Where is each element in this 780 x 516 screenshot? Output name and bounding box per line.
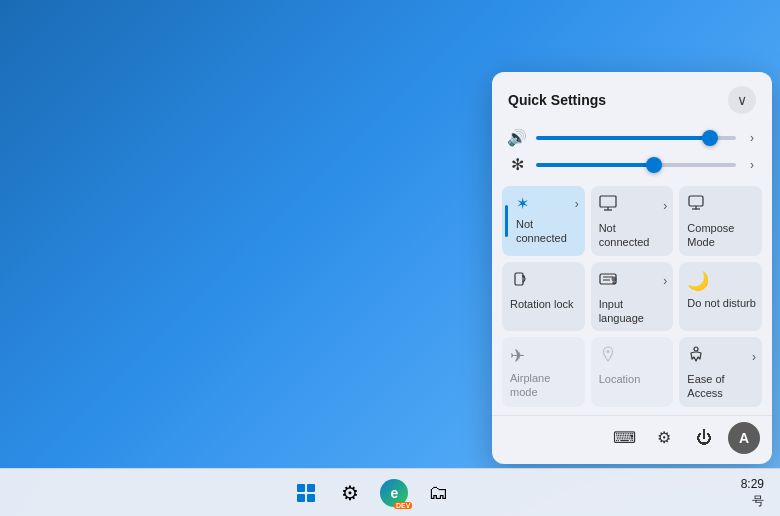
brightness-slider-row: ✻ › [492, 151, 772, 178]
quick-settings-footer: ⌨ ⚙ ⏻ A [492, 415, 772, 464]
svg-rect-0 [600, 196, 616, 207]
input-lang-icon [599, 270, 617, 293]
quick-settings-grid: ✶ › Not connected › Not connected [492, 178, 772, 415]
svg-point-13 [606, 350, 609, 353]
brightness-icon: ✻ [506, 155, 528, 174]
volume-slider[interactable] [536, 136, 736, 140]
bluetooth-tile[interactable]: ✶ › Not connected [502, 186, 585, 256]
airplane-label: Airplane mode [510, 371, 579, 400]
active-indicator [505, 205, 508, 237]
input-lang-label: Input language [599, 297, 668, 326]
taskbar-settings-button[interactable]: ⚙ [330, 473, 370, 513]
tile-arrow[interactable]: › [575, 197, 579, 211]
tile-arrow[interactable]: › [752, 350, 756, 364]
ease-label: Ease of Access [687, 372, 756, 401]
quick-settings-title: Quick Settings [508, 92, 606, 108]
moon-icon: 🌙 [687, 270, 709, 292]
wifi-icon [599, 194, 617, 217]
airplane-icon: ✈ [510, 345, 525, 367]
svg-point-10 [611, 276, 616, 281]
taskbar-system-tray: 8:29 号 [741, 476, 772, 510]
volume-arrow[interactable]: › [744, 131, 760, 145]
avatar-letter: A [739, 430, 749, 446]
wifi-label: Not connected [599, 221, 668, 250]
collapse-button[interactable]: ∨ [728, 86, 756, 114]
gear-icon: ⚙ [657, 428, 671, 447]
tile-arrow[interactable]: › [663, 274, 667, 288]
gear-taskbar-icon: ⚙ [341, 481, 359, 505]
windows-logo-icon [297, 484, 315, 502]
volume-slider-row: 🔊 › [492, 124, 772, 151]
clock-date: 号 [741, 493, 764, 510]
bluetooth-icon: ✶ [516, 194, 529, 213]
edge-browser-button[interactable]: e DEV [374, 473, 414, 513]
tile-arrow[interactable]: › [663, 199, 667, 213]
ease-of-access-tile[interactable]: › Ease of Access [679, 337, 762, 407]
chevron-down-icon: ∨ [737, 92, 747, 108]
brightness-arrow[interactable]: › [744, 158, 760, 172]
compose-icon [687, 194, 705, 217]
compose-mode-tile[interactable]: Compose Mode [679, 186, 762, 256]
keyboard-icon: ⌨ [613, 428, 636, 447]
rotation-icon [510, 270, 528, 293]
quick-settings-header: Quick Settings ∨ [492, 72, 772, 124]
svg-rect-3 [689, 196, 703, 206]
location-tile[interactable]: Location [591, 337, 674, 407]
location-icon [599, 345, 617, 368]
account-avatar-button[interactable]: A [728, 422, 760, 454]
clock-time: 8:29 [741, 476, 764, 493]
compose-label: Compose Mode [687, 221, 756, 250]
files-icon: 🗂 [428, 481, 448, 504]
dnd-tile[interactable]: 🌙 Do not disturb [679, 262, 762, 332]
edge-icon: e DEV [380, 479, 408, 507]
bluetooth-label: Not connected [516, 217, 579, 246]
taskbar: ⚙ e DEV 🗂 8:29 号 [0, 468, 780, 516]
ease-icon [687, 345, 705, 368]
settings-footer-button[interactable]: ⚙ [648, 422, 680, 454]
svg-point-14 [694, 347, 698, 351]
dnd-label: Do not disturb [687, 296, 755, 310]
quick-settings-panel: Quick Settings ∨ 🔊 › ✻ › ✶ › Not connect… [492, 72, 772, 464]
file-explorer-button[interactable]: 🗂 [418, 473, 458, 513]
power-icon: ⏻ [696, 429, 712, 447]
brightness-slider[interactable] [536, 163, 736, 167]
wifi-tile[interactable]: › Not connected [591, 186, 674, 256]
keyboard-footer-button[interactable]: ⌨ [608, 422, 640, 454]
taskbar-center-icons: ⚙ e DEV 🗂 [8, 473, 737, 513]
edge-dev-badge: DEV [394, 502, 412, 509]
location-label: Location [599, 372, 641, 386]
rotation-label: Rotation lock [510, 297, 574, 311]
input-language-tile[interactable]: › Input language [591, 262, 674, 332]
svg-rect-6 [515, 273, 523, 285]
airplane-mode-tile[interactable]: ✈ Airplane mode [502, 337, 585, 407]
start-button[interactable] [286, 473, 326, 513]
power-footer-button[interactable]: ⏻ [688, 422, 720, 454]
system-clock[interactable]: 8:29 号 [741, 476, 764, 510]
rotation-lock-tile[interactable]: Rotation lock [502, 262, 585, 332]
volume-icon: 🔊 [506, 128, 528, 147]
